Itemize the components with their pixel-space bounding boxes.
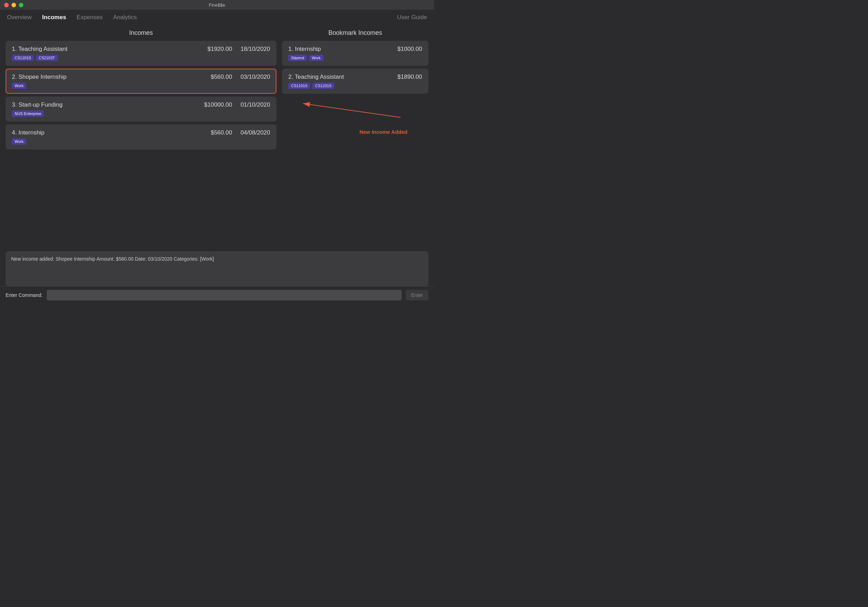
maximize-button[interactable]: [19, 3, 23, 7]
bookmark-card-2-amount: $1890.00: [397, 74, 422, 81]
bookmark-panel-title: Bookmark Incomes: [282, 29, 428, 37]
income-card-2-amount: $560.00: [211, 74, 232, 81]
main-content: Incomes 1. Teaching Assistant $1920.00 1…: [0, 25, 434, 251]
tag-work-2: Work: [12, 82, 26, 89]
tag-stipend: Stipend: [288, 55, 307, 61]
income-card-3-date: 01/10/2020: [240, 101, 270, 108]
income-card-4-tags: Work: [12, 138, 270, 145]
income-card-2-date: 03/10/2020: [240, 74, 270, 81]
new-income-label: New Income Added: [360, 129, 408, 135]
close-button[interactable]: [4, 3, 9, 7]
income-card-2[interactable]: 2. Shopee Internship $560.00 03/10/2020 …: [6, 69, 276, 94]
income-card-4-title: 4. Internship: [12, 129, 45, 136]
nav-item-incomes[interactable]: Incomes: [42, 12, 66, 22]
command-label: Enter Command:: [6, 292, 42, 298]
bookmark-card-2-row: 2. Teaching Assistant $1890.00: [288, 74, 422, 81]
user-guide-link[interactable]: User Guide: [397, 14, 427, 21]
nav-item-analytics[interactable]: Analytics: [113, 12, 137, 22]
output-area: New income added: Shopee Internship Amou…: [6, 251, 428, 286]
income-card-1-row: 1. Teaching Assistant $1920.00 18/10/202…: [12, 46, 270, 53]
income-card-3-title: 3. Start-up Funding: [12, 101, 63, 108]
bookmark-card-1[interactable]: 1. Internship $1000.00 Stipend Work: [282, 41, 428, 66]
nav-bar: Overview Incomes Expenses Analytics User…: [0, 10, 434, 25]
tag-work-4: Work: [12, 138, 26, 145]
income-card-1-tags: CS1101S CS2103T: [12, 55, 270, 61]
nav-item-overview[interactable]: Overview: [7, 12, 32, 22]
income-card-3[interactable]: 3. Start-up Funding $10000.00 01/10/2020…: [6, 96, 276, 122]
bookmark-card-1-amount: $1000.00: [397, 46, 422, 53]
income-card-3-amount: $10000.00: [204, 101, 232, 108]
bookmark-card-2[interactable]: 2. Teaching Assistant $1890.00 CS1101S C…: [282, 69, 428, 94]
incomes-panel: Incomes 1. Teaching Assistant $1920.00 1…: [6, 29, 276, 247]
incomes-panel-title: Incomes: [6, 29, 276, 37]
bookmark-card-1-row: 1. Internship $1000.00: [288, 46, 422, 53]
tag-work-b1: Work: [309, 55, 323, 61]
income-card-4-amount: $560.00: [211, 129, 232, 136]
minimize-button[interactable]: [11, 3, 16, 7]
nav-items: Overview Incomes Expenses Analytics: [7, 12, 397, 22]
output-text: New income added: Shopee Internship Amou…: [11, 256, 214, 262]
command-input[interactable]: [47, 290, 401, 300]
bookmark-card-1-tags: Stipend Work: [288, 55, 422, 61]
enter-button[interactable]: Enter: [406, 290, 428, 300]
income-card-1-date: 18/10/2020: [240, 46, 270, 53]
income-card-4-row: 4. Internship $560.00 04/08/2020: [12, 129, 270, 136]
income-card-2-title: 2. Shopee Internship: [12, 74, 67, 81]
bookmark-card-1-title: 1. Internship: [288, 46, 321, 53]
nav-item-expenses[interactable]: Expenses: [77, 12, 103, 22]
income-card-4[interactable]: 4. Internship $560.00 04/08/2020 Work: [6, 124, 276, 150]
bookmark-panel: Bookmark Incomes 1. Internship $1000.00 …: [282, 29, 428, 247]
tag-cs1101s: CS1101S: [12, 55, 34, 61]
window-controls[interactable]: [4, 3, 23, 7]
svg-line-1: [303, 104, 400, 118]
income-card-2-row: 2. Shopee Internship $560.00 03/10/2020: [12, 74, 270, 81]
income-card-1-amount: $1920.00: [208, 46, 232, 53]
bookmark-card-2-title: 2. Teaching Assistant: [288, 74, 344, 81]
title-bar: Fine$$e: [0, 0, 434, 10]
income-card-1-title: 1. Teaching Assistant: [12, 46, 67, 53]
tag-cs2103t: CS2103T: [36, 55, 57, 61]
bookmark-card-2-tags: CS1101S CS1231S: [288, 82, 422, 89]
income-card-3-row: 3. Start-up Funding $10000.00 01/10/2020: [12, 101, 270, 108]
tag-cs1231s: CS1231S: [312, 82, 334, 89]
income-card-1[interactable]: 1. Teaching Assistant $1920.00 18/10/202…: [6, 41, 276, 66]
income-card-4-date: 04/08/2020: [240, 129, 270, 136]
command-bar: Enter Command: Enter: [0, 286, 434, 304]
app-title: Fine$$e: [209, 2, 225, 8]
tag-nus-enterprise: NUS Enterprise: [12, 110, 44, 117]
annotation-area: New Income Added: [282, 96, 428, 138]
income-card-3-tags: NUS Enterprise: [12, 110, 270, 117]
income-card-2-tags: Work: [12, 82, 270, 89]
tag-cs1101s-b: CS1101S: [288, 82, 310, 89]
